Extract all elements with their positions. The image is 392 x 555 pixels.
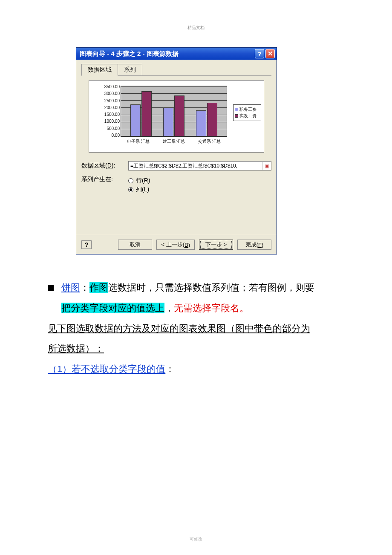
series-in-row: 系列产生在: 行(R) 列(L) [81, 176, 271, 195]
paragraph: 见下图选取数据的方法及对应的图表效果图（图中带色的部分为 [48, 320, 346, 338]
legend-label: 职务工资 [239, 107, 257, 113]
legend-item: 职务工资 [235, 107, 259, 113]
radio-icon [128, 178, 133, 183]
bar-series2 [141, 91, 152, 136]
bar-series2 [174, 95, 184, 136]
text: 选数据时，只需选择数值系列值；若有图例，则要 [108, 282, 314, 293]
bars [121, 86, 227, 136]
document-text: 饼图：作图选数据时，只需选择数值系列值；若有图例，则要 把分类字段对应的值选上，… [48, 279, 346, 381]
tab-data-range[interactable]: 数据区域 [81, 64, 118, 76]
help-icon: ? [85, 241, 89, 248]
paragraph: 所选数据）： [48, 340, 346, 358]
radio-label: 列(L) [136, 186, 149, 194]
next-button[interactable]: 下一步 > [199, 240, 233, 250]
chart-legend: 职务工资 实发工资 [233, 104, 261, 121]
header-small-text: 精品文档 [187, 25, 205, 31]
x-label: 电子系 汇总 [127, 139, 150, 145]
chart-preview: 3500.00 3000.00 2500.00 2000.00 1500.00 … [89, 80, 264, 153]
y-tick: 1500.00 [99, 113, 120, 117]
pie-chart-link: 饼图 [61, 282, 80, 293]
titlebar[interactable]: 图表向导 - 4 步骤之 2 - 图表源数据 ? ✕ [76, 48, 277, 60]
paragraph: 把分类字段对应的值选上，无需选择字段名。 [61, 299, 346, 317]
x-label: 建工系 汇总 [163, 139, 185, 145]
close-icon: ✕ [268, 50, 273, 58]
chart-wizard-dialog: 图表向导 - 4 步骤之 2 - 图表源数据 ? ✕ 数据区域 系列 3500.… [76, 47, 277, 254]
bar-series1 [163, 107, 173, 136]
text: ： [165, 364, 175, 374]
blue-underline-text: （1）若不选取分类字段的值 [48, 364, 165, 374]
bullet-line: 饼图：作图选数据时，只需选择数值系列值；若有图例，则要 [48, 279, 346, 299]
titlebar-help-button[interactable]: ? [255, 49, 264, 58]
data-range-row: 数据区域(D): ▣ [81, 161, 271, 171]
range-picker-icon: ▣ [265, 163, 269, 169]
legend-item: 实发工资 [235, 113, 259, 119]
x-axis-labels: 电子系 汇总 建工系 汇总 交通系 汇总 [121, 139, 227, 145]
highlight-text: 作图 [89, 282, 108, 293]
y-tick: 3500.00 [99, 85, 120, 89]
dialog-container: 图表向导 - 4 步骤之 2 - 图表源数据 ? ✕ 数据区域 系列 3500.… [76, 47, 277, 254]
data-range-input-wrap: ▣ [128, 161, 271, 171]
help-icon: ? [257, 50, 261, 58]
legend-label: 实发工资 [239, 113, 257, 119]
series-in-label: 系列产生在: [81, 176, 128, 183]
radio-icon [128, 187, 133, 192]
radio-group: 行(R) 列(L) [128, 176, 150, 195]
tab-row: 数据区域 系列 [81, 64, 271, 76]
radio-label: 行(R) [136, 177, 150, 185]
finish-button[interactable]: 完成(F) [237, 240, 271, 250]
data-range-input[interactable] [129, 163, 262, 169]
underline-text: 见下图选取数据的方法及对应的图表效果图（图中带色的部分为 [48, 323, 310, 334]
y-tick: 2500.00 [99, 99, 120, 103]
bar-series1 [196, 110, 206, 136]
y-axis-ticks: 3500.00 3000.00 2500.00 2000.00 1500.00 … [99, 85, 120, 138]
text: ： [80, 282, 89, 293]
x-label: 交通系 汇总 [198, 139, 221, 145]
text: ， [164, 303, 174, 313]
paragraph: （1）若不选取分类字段的值： [48, 360, 346, 378]
legend-swatch-icon [235, 114, 238, 118]
data-range-label: 数据区域(D): [81, 162, 128, 170]
spacer [81, 200, 271, 230]
bar-group [130, 91, 152, 136]
y-tick: 1000.00 [99, 119, 120, 124]
radio-row-column[interactable]: 列(L) [128, 186, 150, 194]
y-tick: 500.00 [99, 127, 120, 131]
dialog-body: 数据区域 系列 3500.00 3000.00 2500.00 2000.00 … [76, 60, 277, 235]
y-tick: 0.00 [99, 133, 120, 138]
square-bullet-icon [48, 285, 54, 291]
back-button[interactable]: < 上一步(B) [156, 240, 195, 250]
titlebar-close-button[interactable]: ✕ [265, 49, 275, 58]
range-picker-button[interactable]: ▣ [262, 162, 271, 170]
y-tick: 2000.00 [99, 106, 120, 110]
underline-text: 所选数据）： [48, 343, 104, 354]
tab-series[interactable]: 系列 [118, 64, 142, 75]
bar-group [196, 103, 217, 136]
bar-series1 [130, 104, 141, 136]
y-tick: 3000.00 [99, 92, 120, 96]
red-text: 无需选择字段名。 [174, 303, 249, 313]
paragraph: 饼图：作图选数据时，只需选择数值系列值；若有图例，则要 [61, 279, 314, 297]
button-bar: ? 取消 < 上一步(B) 下一步 > 完成(F) [76, 235, 277, 254]
legend-swatch-icon [235, 108, 238, 111]
highlight-text: 把分类字段对应的值选上 [61, 303, 164, 313]
footer-small-text: 可修改 [190, 536, 202, 542]
radio-row-row[interactable]: 行(R) [128, 177, 150, 185]
bar-series2 [207, 103, 217, 136]
bar-group [163, 95, 184, 136]
titlebar-text: 图表向导 - 4 步骤之 2 - 图表源数据 [80, 50, 254, 58]
cancel-button[interactable]: 取消 [118, 240, 152, 250]
plot-area [121, 86, 227, 137]
help-button[interactable]: ? [81, 240, 92, 249]
